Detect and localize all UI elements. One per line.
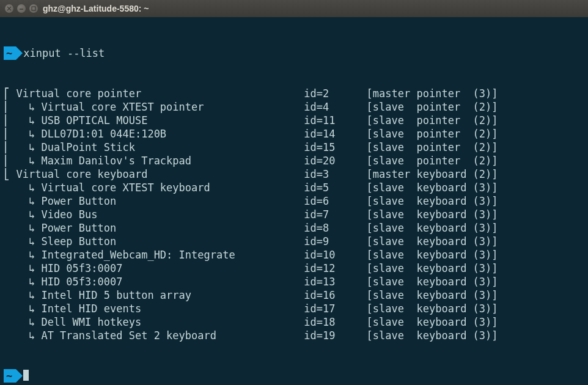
device-entry: ↳ Integrated_Webcam_HD: Integrate id=10 … <box>4 248 584 262</box>
device-group-header: ⎣ Virtual core keyboard id=3 [master key… <box>4 167 584 181</box>
device-entry: ↳ HID 05f3:0007 id=13 [slave keyboard (3… <box>4 275 584 288</box>
device-entry: ⎜ ↳ DualPoint Stick id=15 [slave pointer… <box>4 141 584 154</box>
device-entry: ⎜ ↳ Maxim Danilov's Trackpad id=20 [slav… <box>4 154 584 167</box>
prompt-symbol: ~ <box>4 369 16 383</box>
window-titlebar: ghz@ghz-Latitude-5580: ~ <box>0 0 588 17</box>
device-entry: ⎜ ↳ Virtual core XTEST pointer id=4 [sla… <box>4 100 584 114</box>
device-entry: ↳ Intel HID 5 button array id=16 [slave … <box>4 288 584 302</box>
prompt-line-empty: ~ <box>4 369 584 383</box>
device-entry: ↳ Video Bus id=7 [slave keyboard (3)] <box>4 208 584 221</box>
device-entry: ↳ HID 05f3:0007 id=12 [slave keyboard (3… <box>4 262 584 275</box>
command-text: xinput --list <box>23 46 105 60</box>
window-title: ghz@ghz-Latitude-5580: ~ <box>43 4 149 13</box>
device-entry: ⎜ ↳ DLL07D1:01 044E:120B id=14 [slave po… <box>4 127 584 141</box>
prompt-line: ~ xinput --list <box>4 46 584 60</box>
device-entry: ↳ Power Button id=8 [slave keyboard (3)] <box>4 221 584 235</box>
device-group-header: ⎡ Virtual core pointer id=2 [master poin… <box>4 87 584 100</box>
minimize-button[interactable] <box>17 4 26 13</box>
device-entry: ↳ Dell WMI hotkeys id=18 [slave keyboard… <box>4 315 584 329</box>
device-entry: ⎜ ↳ USB OPTICAL MOUSE id=11 [slave point… <box>4 114 584 127</box>
maximize-button[interactable] <box>29 4 38 13</box>
prompt-symbol: ~ <box>4 46 16 60</box>
terminal-output: ⎡ Virtual core pointer id=2 [master poin… <box>4 87 584 342</box>
cursor <box>23 370 29 381</box>
svg-rect-0 <box>32 7 35 10</box>
device-entry: ↳ Virtual core XTEST keyboard id=5 [slav… <box>4 181 584 194</box>
device-entry: ↳ Sleep Button id=9 [slave keyboard (3)] <box>4 235 584 248</box>
terminal-area[interactable]: ~ xinput --list ⎡ Virtual core pointer i… <box>0 17 588 385</box>
device-entry: ↳ Intel HID events id=17 [slave keyboard… <box>4 302 584 315</box>
device-entry: ↳ AT Translated Set 2 keyboard id=19 [sl… <box>4 329 584 342</box>
device-entry: ↳ Power Button id=6 [slave keyboard (3)] <box>4 194 584 208</box>
window-controls <box>5 4 38 13</box>
close-button[interactable] <box>5 4 13 13</box>
